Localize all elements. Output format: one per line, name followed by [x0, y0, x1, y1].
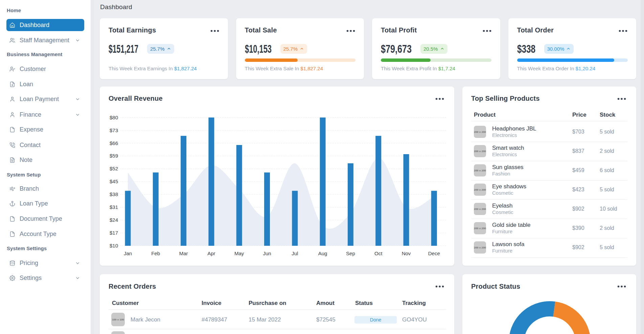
svg-text:Feb: Feb — [151, 251, 160, 256]
svg-text:Sep: Sep — [346, 251, 355, 256]
svg-text:$66: $66 — [110, 140, 118, 146]
svg-text:Oct: Oct — [374, 251, 383, 256]
svg-text:Mar: Mar — [179, 251, 188, 256]
svg-text:Apr: Apr — [207, 251, 215, 256]
svg-text:$52: $52 — [110, 166, 118, 171]
svg-text:May: May — [234, 251, 244, 256]
svg-text:$80: $80 — [110, 115, 118, 120]
svg-text:Nov: Nov — [402, 251, 411, 256]
svg-text:$17: $17 — [110, 230, 118, 236]
svg-text:Jul: Jul — [292, 251, 298, 256]
svg-text:$45: $45 — [110, 178, 118, 184]
svg-text:$31: $31 — [110, 204, 118, 210]
svg-text:Aug: Aug — [318, 251, 327, 256]
svg-text:$38: $38 — [110, 191, 118, 197]
svg-text:$24: $24 — [110, 217, 118, 223]
svg-text:Dece: Dece — [428, 251, 440, 256]
svg-text:$10: $10 — [110, 243, 118, 248]
svg-text:$59: $59 — [110, 153, 118, 159]
svg-text:$73: $73 — [110, 127, 118, 133]
svg-text:Jan: Jan — [124, 251, 132, 256]
svg-text:Jun: Jun — [263, 251, 271, 256]
